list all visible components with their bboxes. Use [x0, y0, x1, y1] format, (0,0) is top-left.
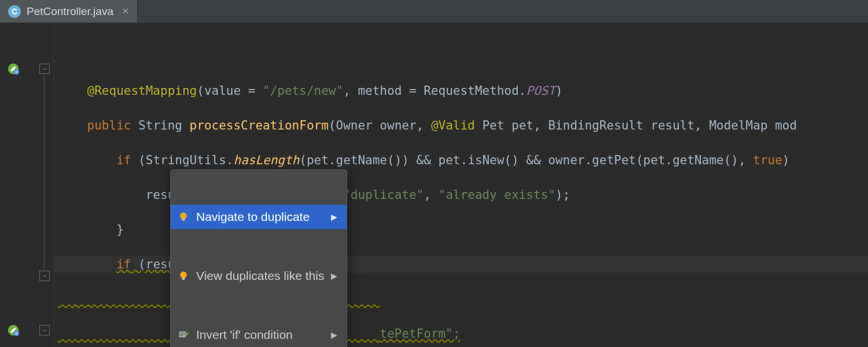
lightbulb-icon [178, 211, 189, 223]
svg-point-6 [180, 272, 187, 279]
editor[interactable]: − − − @RequestMapping(value = "/pets/new… [0, 23, 868, 347]
method: getName [672, 153, 724, 167]
fold-toggle[interactable]: − [39, 64, 50, 74]
method: getName [336, 153, 388, 167]
chevron-right-icon: ▶ [331, 267, 337, 285]
method: getPet [592, 153, 636, 167]
code-area[interactable]: @RequestMapping(value = "/pets/new", met… [54, 23, 868, 347]
kw: true [753, 153, 782, 167]
intention-label: Navigate to duplicate [196, 208, 310, 226]
tab-bar: C PetController.java ✕ [0, 0, 868, 23]
method: hasLength [234, 153, 300, 167]
param: result [650, 119, 694, 132]
op: && [526, 153, 540, 167]
kw: if [116, 153, 131, 167]
type: StringUtils [146, 153, 226, 167]
intention-label: View duplicates like this [196, 267, 324, 285]
chevron-right-icon: ▶ [331, 208, 337, 226]
gutter: − − − [0, 23, 54, 347]
type: RequestMethod [424, 84, 518, 98]
attr: value [204, 84, 241, 98]
op: && [417, 153, 431, 167]
spring-bean-icon[interactable] [7, 62, 22, 77]
param: pet [512, 119, 534, 132]
string: "duplicate" [343, 188, 424, 202]
java-class-icon: C [8, 5, 21, 18]
intention-popup: Navigate to duplicate ▶ View duplicates … [170, 169, 347, 347]
chevron-right-icon: ▶ [331, 326, 337, 344]
svg-rect-5 [182, 219, 185, 220]
param: owner [380, 119, 416, 132]
intention-view-duplicates[interactable]: View duplicates like this ▶ [171, 264, 347, 288]
enum: POST [526, 84, 556, 98]
fold-toggle[interactable]: − [39, 271, 50, 281]
annotation: @Valid [431, 119, 475, 132]
intention-label: Invert 'if' condition [196, 326, 293, 344]
intention-navigate-duplicate[interactable]: Navigate to duplicate ▶ [171, 205, 347, 229]
code-line[interactable]: @RequestMapping(value = "/pets/new", met… [54, 82, 868, 99]
spring-bean-icon[interactable] [7, 324, 22, 339]
type: ModelMap [709, 119, 767, 132]
editor-tab[interactable]: C PetController.java ✕ [0, 0, 138, 23]
intention-invert-if[interactable]: Invert 'if' condition ▶ [171, 323, 347, 347]
kw: public [87, 119, 131, 132]
fold-guide [44, 75, 45, 270]
type: String [138, 119, 182, 132]
pencil-icon [178, 329, 189, 341]
svg-rect-7 [182, 278, 185, 279]
string: tePetForm"; [380, 327, 460, 341]
type: BindingResult [548, 119, 643, 132]
string: "already exists" [439, 188, 556, 202]
code-line[interactable]: if (StringUtils.hasLength(pet.getName())… [54, 152, 868, 169]
attr: method [358, 84, 402, 98]
close-icon[interactable]: ✕ [119, 6, 131, 17]
method: isNew [468, 153, 504, 167]
code-line[interactable]: public String processCreationForm(Owner … [54, 117, 868, 134]
annotation: @RequestMapping [87, 84, 197, 98]
fold-toggle[interactable]: − [39, 325, 50, 335]
lightbulb-icon [178, 270, 189, 282]
param: mod [775, 119, 797, 132]
tab-filename: PetController.java [27, 5, 113, 18]
kw: if [116, 257, 131, 271]
type: Pet [482, 119, 504, 132]
string: "/pets/new" [263, 84, 343, 98]
method: processCreationForm [190, 119, 329, 132]
type: Owner [336, 119, 372, 132]
svg-point-4 [180, 213, 187, 220]
